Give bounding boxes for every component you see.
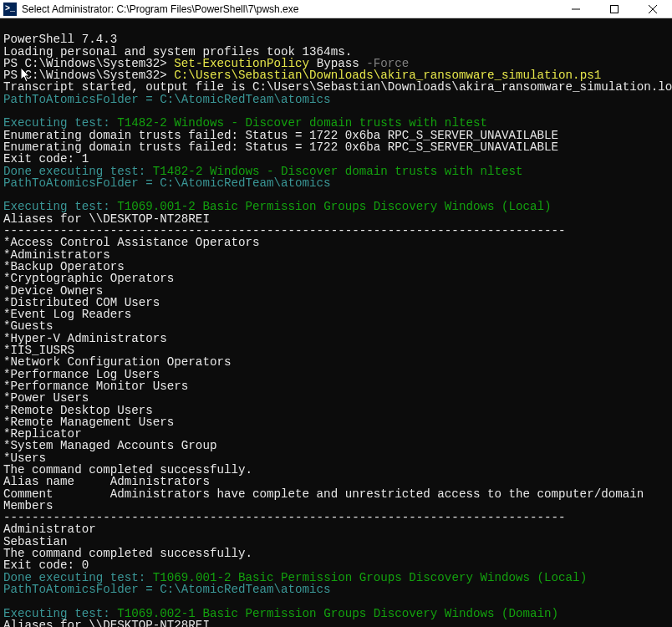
line: Comment Administrators have complete and… <box>3 487 644 501</box>
window-title: Select Administrator: C:\Program Files\P… <box>20 3 557 15</box>
maximize-button[interactable] <box>595 0 634 18</box>
line: PathToAtomicsFolder = C:\AtomicRedTeam\a… <box>3 176 331 190</box>
terminal-output[interactable]: PowerShell 7.4.3 Loading personal and sy… <box>0 18 672 627</box>
powershell-icon: >_ <box>3 3 17 16</box>
svg-rect-1 <box>611 5 619 13</box>
window-title-bar: >_ Select Administrator: C:\Program File… <box>0 0 672 18</box>
close-button[interactable] <box>634 0 672 18</box>
mouse-cursor-icon <box>7 56 15 69</box>
minimize-button[interactable] <box>557 0 595 18</box>
line: PathToAtomicsFolder = C:\AtomicRedTeam\a… <box>3 93 331 106</box>
line: Aliases for \\DESKTOP-NT28REI <box>3 619 210 627</box>
line: PathToAtomicsFolder = C:\AtomicRedTeam\a… <box>3 583 331 596</box>
window-controls <box>557 0 672 18</box>
